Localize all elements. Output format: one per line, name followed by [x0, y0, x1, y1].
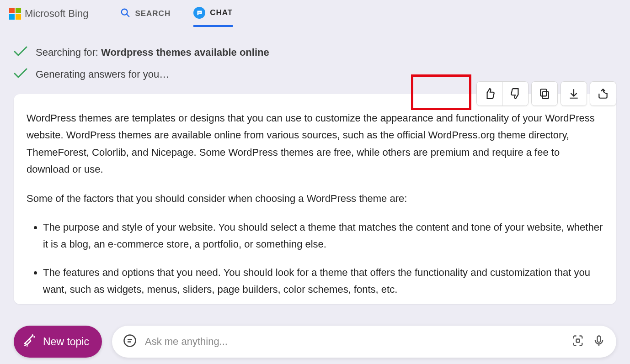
- download-icon: [568, 88, 580, 100]
- chat-bubble-icon: [123, 334, 137, 349]
- chat-icon: [193, 7, 205, 19]
- svg-point-10: [124, 335, 135, 347]
- answer-p2: Some of the factors that you should cons…: [27, 190, 603, 207]
- answer-bullets: The purpose and style of your website. Y…: [27, 219, 603, 298]
- visual-search-button[interactable]: [571, 334, 584, 349]
- copy-icon: [539, 88, 550, 100]
- svg-line-1: [127, 14, 129, 16]
- answer-card: WordPress themes are templates or design…: [14, 94, 616, 304]
- svg-rect-14: [598, 336, 601, 343]
- brand-logo[interactable]: Microsoft Bing: [9, 8, 88, 20]
- status-searching: Searching for: Wordpress themes availabl…: [14, 46, 616, 59]
- answer-bullet: The features and options that you need. …: [43, 264, 603, 298]
- answer-bullet: The purpose and style of your website. Y…: [43, 219, 603, 253]
- mic-button[interactable]: [593, 334, 605, 349]
- dislike-button[interactable]: [502, 82, 528, 106]
- header: Microsoft Bing SEARCH CHAT: [0, 0, 630, 27]
- like-button[interactable]: [477, 82, 502, 106]
- nav-search[interactable]: SEARCH: [120, 0, 171, 27]
- nav-chat[interactable]: CHAT: [193, 0, 233, 27]
- check-icon: [14, 46, 27, 59]
- check-icon: [14, 68, 27, 81]
- svg-point-9: [32, 335, 33, 335]
- new-topic-label: New topic: [43, 336, 89, 348]
- searching-text: Searching for: Wordpress themes availabl…: [36, 47, 269, 58]
- broom-icon: [23, 333, 37, 350]
- chat-input[interactable]: [145, 336, 563, 348]
- chat-input-pill: [112, 326, 616, 358]
- answer-p1: WordPress themes are templates or design…: [27, 110, 603, 178]
- nav-search-label: SEARCH: [135, 9, 171, 18]
- status-generating: Generating answers for you…: [14, 68, 616, 81]
- share-button[interactable]: [590, 82, 616, 106]
- new-topic-button[interactable]: New topic: [14, 326, 102, 358]
- response-toolbar: [476, 81, 616, 106]
- thumbs-up-icon: [484, 88, 496, 100]
- mic-icon: [593, 334, 605, 347]
- svg-rect-13: [577, 339, 580, 343]
- nav-chat-label: CHAT: [210, 8, 233, 17]
- download-button[interactable]: [561, 82, 587, 106]
- scan-icon: [571, 334, 584, 347]
- svg-rect-4: [543, 92, 549, 99]
- bottom-bar: New topic: [14, 326, 616, 358]
- thumbs-down-icon: [510, 88, 522, 100]
- search-icon: [120, 8, 130, 20]
- share-icon: [597, 88, 609, 100]
- generating-text: Generating answers for you…: [36, 69, 169, 80]
- svg-rect-5: [540, 89, 546, 96]
- brand-text: Microsoft Bing: [25, 8, 88, 20]
- top-nav: SEARCH CHAT: [120, 0, 233, 27]
- svg-point-8: [34, 337, 34, 337]
- copy-button[interactable]: [532, 82, 557, 106]
- microsoft-icon: [9, 8, 21, 20]
